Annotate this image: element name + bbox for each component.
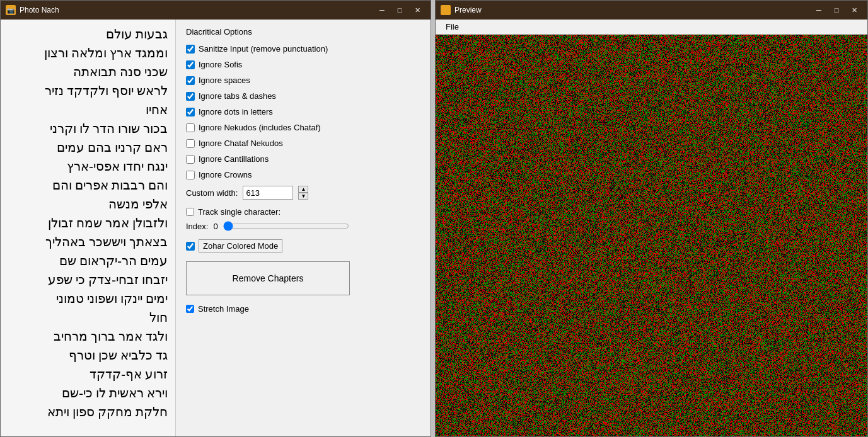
hebrew-line: שכני סנה תבואתה [8, 62, 168, 81]
option-row-ignore-sofis: Ignore Sofis [186, 60, 420, 69]
hebrew-line: ימים יינקו ושפוני טמוני [8, 289, 168, 308]
preview-close-button[interactable]: ✕ [846, 4, 862, 16]
hebrew-line: עמים הר‑יקראום שם [8, 251, 168, 270]
hebrew-line: יזבחו זבחי‑צדק כי שפע [8, 270, 168, 289]
main-window: 📷 Photo Nach ─ □ ✕ גבעות עולםוממגד ארץ ו… [0, 0, 431, 437]
remove-chapters-label: Remove Chapters [233, 273, 304, 283]
track-single-checkbox[interactable] [186, 208, 194, 216]
option-checkbox-ignore-dots[interactable] [186, 108, 195, 116]
zohar-label[interactable]: Zohar Colored Mode [199, 239, 282, 253]
option-label-ignore-nekudos[interactable]: Ignore Nekudos (includes Chataf) [199, 123, 321, 132]
zohar-row: Zohar Colored Mode [186, 239, 420, 253]
diacritical-title: Diacritical Options [186, 27, 420, 37]
option-label-ignore-chataf[interactable]: Ignore Chataf Nekudos [199, 139, 283, 148]
titlebar-buttons: ─ □ ✕ [374, 4, 425, 16]
option-checkbox-ignore-spaces[interactable] [186, 76, 195, 85]
preview-menubar: File [436, 20, 867, 35]
hebrew-line: בכור שורו הדר לו וקרני [8, 119, 168, 138]
preview-minimize-button[interactable]: ─ [811, 4, 827, 16]
track-single-row: Track single character: [186, 207, 420, 217]
maximize-button[interactable]: □ [391, 4, 408, 16]
main-titlebar: 📷 Photo Nach ─ □ ✕ [1, 1, 431, 20]
preview-app-icon [441, 5, 451, 15]
minimize-button[interactable]: ─ [374, 4, 390, 16]
remove-chapters-button[interactable]: Remove Chapters [186, 261, 350, 295]
option-label-sanitize[interactable]: Sanitize Input (remove punctuation) [199, 44, 328, 54]
spinner-buttons: ▲ ▼ [298, 186, 308, 200]
hebrew-text-panel: גבעות עולםוממגד ארץ ומלאה ורצוןשכני סנה … [1, 20, 176, 436]
spinner-up[interactable]: ▲ [298, 186, 308, 193]
custom-width-label: Custom width: [186, 188, 238, 198]
option-checkbox-ignore-cantillations[interactable] [186, 155, 195, 164]
option-label-ignore-tabs[interactable]: Ignore tabs & dashes [199, 91, 276, 101]
stretch-image-row: Stretch Image [186, 304, 420, 314]
hebrew-line: ולגד אמר ברוך מרחיב [8, 327, 168, 346]
hebrew-line: גד כלביא שכן וטרף [8, 346, 168, 365]
option-row-ignore-cantillations: Ignore Cantillations [186, 154, 420, 164]
zohar-checkbox[interactable] [186, 242, 195, 251]
hebrew-line: זרוע אף‑קדקד [8, 365, 168, 383]
stretch-image-checkbox[interactable] [186, 305, 194, 313]
index-slider[interactable] [223, 220, 349, 232]
preview-titlebar: Preview ─ □ ✕ [436, 1, 867, 20]
option-checkbox-ignore-crowns[interactable] [186, 171, 195, 179]
spinner-down[interactable]: ▼ [298, 193, 308, 200]
preview-canvas [436, 35, 867, 436]
hebrew-line: ולזבולן אמר שמח זבולן [8, 213, 168, 232]
desktop: 📷 Photo Nach ─ □ ✕ גבעות עולםוממגד ארץ ו… [0, 0, 868, 437]
preview-window: Preview ─ □ ✕ File [435, 0, 868, 437]
option-row-ignore-crowns: Ignore Crowns [186, 170, 420, 179]
preview-file-menu[interactable]: File [441, 21, 464, 33]
hebrew-line: אחיו [8, 100, 168, 119]
hebrew-line: חול [8, 308, 168, 327]
track-single-label[interactable]: Track single character: [198, 207, 281, 217]
index-label: Index: [186, 222, 208, 231]
main-window-title: Photo Nach [20, 6, 374, 14]
custom-width-row: Custom width: ▲ ▼ [186, 186, 420, 200]
preview-window-title: Preview [454, 6, 811, 14]
option-label-ignore-dots[interactable]: Ignore dots in letters [199, 107, 273, 116]
hebrew-line: אלפי מנשה [8, 195, 168, 213]
option-checkbox-ignore-nekudos[interactable] [186, 123, 195, 132]
option-row-ignore-tabs: Ignore tabs & dashes [186, 91, 420, 101]
option-label-ignore-spaces[interactable]: Ignore spaces [199, 76, 250, 85]
close-button[interactable]: ✕ [409, 4, 425, 16]
option-label-ignore-sofis[interactable]: Ignore Sofis [199, 60, 242, 69]
preview-maximize-button[interactable]: □ [828, 4, 845, 16]
option-label-ignore-crowns[interactable]: Ignore Crowns [199, 170, 252, 179]
options-panel: Diacritical Options Sanitize Input (remo… [176, 20, 431, 436]
hebrew-line: ינגח יחדו אפסי‑ארץ [8, 157, 168, 176]
option-row-ignore-nekudos: Ignore Nekudos (includes Chataf) [186, 123, 420, 132]
custom-width-input[interactable] [243, 186, 293, 200]
option-checkbox-ignore-sofis[interactable] [186, 60, 195, 69]
option-row-ignore-spaces: Ignore spaces [186, 76, 420, 85]
preview-content [436, 35, 867, 436]
option-row-sanitize: Sanitize Input (remove punctuation) [186, 44, 420, 54]
hebrew-line: בצאתך ויששכר באהליך [8, 232, 168, 251]
option-checkbox-ignore-tabs[interactable] [186, 92, 195, 101]
index-value: 0 [213, 222, 217, 231]
hebrew-line: וירא ראשית לו כי‑שם [8, 383, 168, 402]
stretch-image-label[interactable]: Stretch Image [198, 304, 249, 314]
option-checkbox-ignore-chataf[interactable] [186, 139, 195, 148]
app-icon: 📷 [6, 5, 16, 15]
option-checkbox-sanitize[interactable] [186, 45, 195, 54]
option-row-ignore-chataf: Ignore Chataf Nekudos [186, 139, 420, 148]
hebrew-line: גבעות עולם [8, 25, 168, 43]
hebrew-line: חלקת מחקק ספון ויתא [8, 402, 168, 421]
option-row-ignore-dots: Ignore dots in letters [186, 107, 420, 116]
preview-titlebar-buttons: ─ □ ✕ [811, 4, 862, 16]
option-label-ignore-cantillations[interactable]: Ignore Cantillations [199, 154, 269, 164]
hebrew-line: לראש יוסף ולקדקד נזיר [8, 81, 168, 100]
hebrew-line: ראם קרניו בהם עמים [8, 138, 168, 157]
hebrew-line: והם רבבות אפרים והם [8, 176, 168, 195]
index-row: Index: 0 [186, 220, 420, 232]
main-content: גבעות עולםוממגד ארץ ומלאה ורצוןשכני סנה … [1, 20, 431, 436]
hebrew-line: וממגד ארץ ומלאה ורצון [8, 43, 168, 62]
